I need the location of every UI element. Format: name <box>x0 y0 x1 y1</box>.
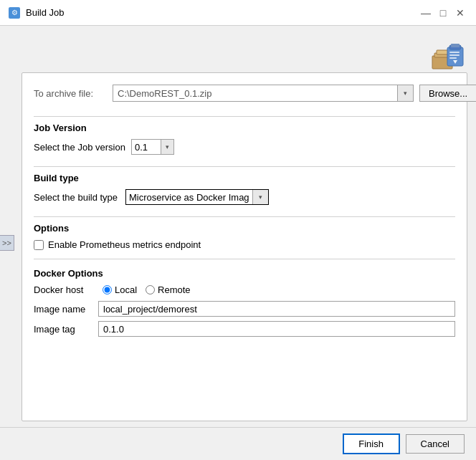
side-panel-toggle[interactable]: >> <box>0 235 14 251</box>
remote-radio-option: Remote <box>146 284 191 295</box>
browse-button[interactable]: Browse... <box>419 85 476 102</box>
build-type-combo: ▾ <box>125 189 269 205</box>
app-icon-area <box>429 34 465 72</box>
app-icon <box>429 34 465 70</box>
remote-radio-label[interactable]: Remote <box>158 284 191 295</box>
main-panel: To archive file: ▾ Browse... Job Version… <box>22 72 467 421</box>
svg-rect-5 <box>451 44 460 47</box>
window-title: Build Job <box>26 7 64 18</box>
archive-label: To archive file: <box>34 88 113 99</box>
archive-file-row: To archive file: ▾ Browse... <box>34 85 455 102</box>
version-input[interactable] <box>132 140 161 154</box>
version-row: Select the Job version ▾ <box>34 139 455 155</box>
archive-combo: ▾ <box>113 85 414 102</box>
version-combo: ▾ <box>131 139 174 155</box>
close-button[interactable]: ✕ <box>453 6 467 20</box>
minimize-button[interactable]: — <box>419 6 433 20</box>
local-radio-option: Local <box>103 284 137 295</box>
divider-2 <box>34 166 455 167</box>
window-icon: ⚙ <box>9 7 20 19</box>
cancel-button[interactable]: Cancel <box>406 434 465 454</box>
svg-rect-8 <box>449 57 457 59</box>
maximize-button[interactable]: □ <box>436 6 450 20</box>
image-tag-input[interactable] <box>98 321 455 337</box>
options-title: Options <box>34 223 455 234</box>
docker-host-radio-group: Local Remote <box>103 284 191 295</box>
window-controls: — □ ✕ <box>419 6 467 20</box>
job-version-section: Job Version Select the Job version ▾ <box>34 123 455 158</box>
svg-rect-6 <box>449 52 460 53</box>
archive-input[interactable] <box>113 87 397 100</box>
local-radio[interactable] <box>103 285 112 294</box>
image-name-label: Image name <box>34 304 98 315</box>
docker-host-label: Docker host <box>34 284 91 295</box>
options-section: Options Enable Prometheus metrics endpoi… <box>34 223 455 250</box>
image-name-input[interactable] <box>98 301 455 317</box>
remote-radio[interactable] <box>146 285 155 294</box>
local-radio-label[interactable]: Local <box>115 284 137 295</box>
prometheus-row: Enable Prometheus metrics endpoint <box>34 239 455 250</box>
svg-rect-2 <box>437 50 448 54</box>
version-label: Select the Job version <box>34 142 125 153</box>
prometheus-checkbox[interactable] <box>34 240 44 250</box>
divider-1 <box>34 116 455 117</box>
image-name-row: Image name <box>34 301 455 317</box>
divider-3 <box>34 216 455 217</box>
build-type-title: Build type <box>34 173 455 183</box>
title-bar: ⚙ Build Job — □ ✕ <box>0 0 476 26</box>
docker-options-section: Docker Options Docker host Local Remote <box>34 268 455 341</box>
build-type-combo-arrow[interactable]: ▾ <box>252 190 268 204</box>
docker-options-title: Docker Options <box>34 268 455 279</box>
build-type-input[interactable] <box>126 191 252 204</box>
image-tag-label: Image tag <box>34 324 98 335</box>
archive-combo-arrow[interactable]: ▾ <box>397 85 413 101</box>
finish-button[interactable]: Finish <box>343 433 400 454</box>
prometheus-label[interactable]: Enable Prometheus metrics endpoint <box>48 239 201 250</box>
build-type-section: Build type Select the build type ▾ <box>34 173 455 208</box>
build-type-row: Select the build type ▾ <box>34 189 455 205</box>
version-combo-arrow[interactable]: ▾ <box>161 140 173 154</box>
bottom-bar: Finish Cancel <box>0 427 476 460</box>
image-tag-row: Image tag <box>34 321 455 337</box>
svg-rect-7 <box>449 54 460 56</box>
build-type-label: Select the build type <box>34 192 120 203</box>
divider-4 <box>34 259 455 259</box>
job-version-title: Job Version <box>34 123 455 133</box>
docker-host-row: Docker host Local Remote <box>34 284 455 295</box>
